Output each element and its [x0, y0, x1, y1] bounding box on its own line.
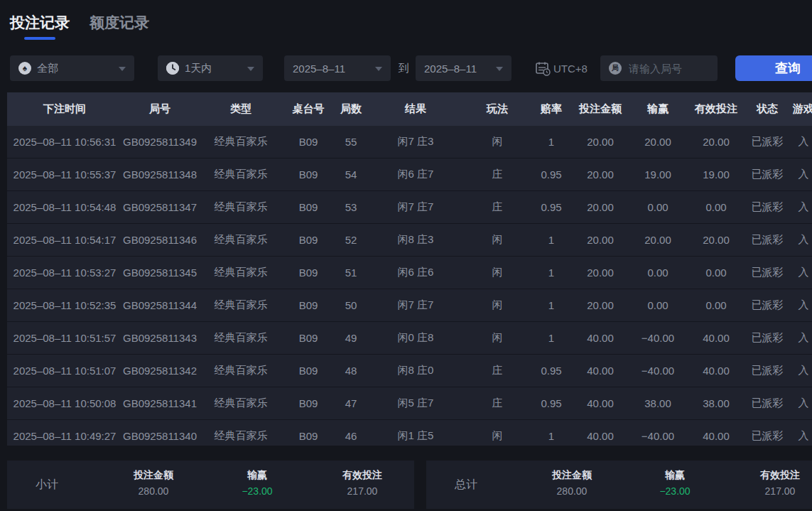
time-range-dropdown[interactable]: 1天内	[158, 55, 263, 81]
cell-play: 庄	[462, 158, 533, 191]
round-number-icon: 局	[609, 62, 622, 75]
cell-winloss: −40.00	[631, 322, 685, 355]
cell-status: 已派彩	[747, 191, 787, 224]
cell-result: 闲1 庄5	[369, 420, 462, 446]
subtotal-valid-bet: 有效投注 217.00	[313, 469, 412, 497]
cell-winloss: −40.00	[631, 355, 685, 387]
cell-time: 2025–08–11 10:50:08	[7, 387, 122, 420]
cell-valid: 0.00	[685, 191, 747, 224]
cell-odds: 1	[533, 257, 570, 289]
tab-bet-records-label: 投注记录	[10, 14, 70, 31]
table-body: 2025–08–11 10:56:31GB0925811349经典百家乐B095…	[7, 126, 812, 446]
cell-amount: 20.00	[570, 158, 631, 191]
cell-play: 庄	[462, 191, 533, 224]
cell-odds: 0.95	[533, 387, 570, 420]
column-header: 状态	[747, 92, 787, 126]
cell-play: 闲	[462, 322, 533, 355]
cell-valid: 0.00	[685, 257, 747, 289]
cell-status: 已派彩	[747, 158, 787, 191]
cell-play: 闲	[462, 289, 533, 322]
cell-time: 2025–08–11 10:51:57	[7, 322, 122, 355]
cell-result: 闲7 庄7	[369, 289, 462, 322]
cell-valid: 38.00	[685, 387, 747, 420]
tab-quota-records[interactable]: 额度记录	[90, 13, 149, 40]
cell-game: 入	[787, 289, 812, 322]
chevron-down-icon	[247, 67, 254, 71]
cell-winloss: 19.00	[631, 158, 685, 191]
column-header: 游戏	[787, 92, 812, 126]
total-winloss: 输赢 −23.00	[625, 469, 725, 497]
cell-play: 庄	[462, 355, 533, 387]
cell-winloss: 38.00	[631, 387, 685, 420]
cell-time: 2025–08–11 10:55:37	[7, 158, 122, 191]
table-row: 2025–08–11 10:51:57GB0925811343经典百家乐B094…	[7, 322, 812, 355]
table-row: 2025–08–11 10:52:35GB0925811344经典百家乐B095…	[7, 289, 812, 322]
table-row: 2025–08–11 10:54:17GB0925811346经典百家乐B095…	[7, 224, 812, 257]
tab-bet-records[interactable]: 投注记录	[10, 13, 70, 40]
cell-round: GB0925811345	[122, 257, 197, 289]
column-header: 下注时间	[7, 92, 122, 126]
tab-quota-records-label: 额度记录	[90, 14, 149, 31]
cell-games: 47	[332, 387, 369, 420]
cell-round: GB0925811347	[122, 191, 197, 224]
table-row: 2025–08–11 10:54:48GB0925811347经典百家乐B095…	[7, 191, 812, 224]
cell-result: 闲6 庄7	[369, 158, 462, 191]
chevron-down-icon	[375, 67, 382, 71]
cell-game: 入	[787, 191, 812, 224]
column-header: 赔率	[533, 92, 570, 126]
cell-result: 闲5 庄7	[369, 387, 462, 420]
cell-play: 庄	[462, 387, 533, 420]
cell-type: 经典百家乐	[197, 257, 284, 289]
cell-result: 闲7 庄3	[369, 126, 462, 158]
cell-game: 入	[787, 420, 812, 446]
tabbar: 投注记录 额度记录	[10, 13, 149, 40]
cell-odds: 0.95	[533, 191, 570, 224]
clock-icon	[166, 62, 179, 75]
cell-odds: 0.95	[533, 355, 570, 387]
cell-time: 2025–08–11 10:52:35	[7, 289, 122, 322]
cell-type: 经典百家乐	[197, 191, 284, 224]
column-header: 局数	[332, 92, 369, 126]
cell-result: 闲7 庄7	[369, 191, 462, 224]
cell-result: 闲8 庄3	[369, 224, 462, 257]
column-header: 类型	[197, 92, 284, 126]
cell-table: B09	[284, 158, 332, 191]
cell-table: B09	[284, 420, 332, 446]
cell-amount: 40.00	[570, 420, 631, 446]
cell-type: 经典百家乐	[197, 420, 284, 446]
cell-type: 经典百家乐	[197, 126, 284, 158]
cell-type: 经典百家乐	[197, 322, 284, 355]
cell-type: 经典百家乐	[197, 387, 284, 420]
cell-valid: 40.00	[685, 420, 747, 446]
subtotal-panel: 小计 投注金额 280.00 输赢 −23.00 有效投注 217.00	[7, 461, 414, 509]
cell-time: 2025–08–11 10:54:17	[7, 224, 122, 257]
round-number-input[interactable]	[627, 62, 708, 75]
date-from-dropdown[interactable]: 2025–8–11	[284, 55, 391, 81]
cell-valid: 20.00	[685, 126, 747, 158]
date-to-dropdown[interactable]: 2025–8–11	[416, 55, 511, 81]
cell-game: 入	[787, 322, 812, 355]
active-tab-underline	[24, 37, 55, 40]
date-to-value: 2025–8–11	[424, 63, 477, 75]
table-row: 2025–08–11 10:51:07GB0925811342经典百家乐B094…	[7, 355, 812, 387]
column-header: 有效投注	[685, 92, 747, 126]
cell-winloss: 0.00	[631, 257, 685, 289]
round-number-field[interactable]: 局	[600, 55, 718, 81]
cell-valid: 0.00	[685, 289, 747, 322]
cell-valid: 40.00	[685, 322, 747, 355]
subtotal-label: 小计	[36, 461, 58, 509]
cell-type: 经典百家乐	[197, 355, 284, 387]
cell-type: 经典百家乐	[197, 289, 284, 322]
total-bet-amount: 投注金额 280.00	[522, 469, 622, 497]
cell-valid: 20.00	[685, 224, 747, 257]
cell-amount: 20.00	[570, 224, 631, 257]
game-type-dropdown[interactable]: ♠ 全部	[10, 55, 134, 81]
column-header: 结果	[369, 92, 462, 126]
total-panel: 总计 投注金额 280.00 输赢 −23.00 有效投注 217.00	[426, 461, 812, 509]
cell-time: 2025–08–11 10:51:07	[7, 355, 122, 387]
cell-round: GB0925811344	[122, 289, 197, 322]
cell-winloss: 0.00	[631, 191, 685, 224]
cell-time: 2025–08–11 10:49:27	[7, 420, 122, 446]
search-button[interactable]: 查询	[735, 55, 812, 81]
cell-winloss: 20.00	[631, 224, 685, 257]
